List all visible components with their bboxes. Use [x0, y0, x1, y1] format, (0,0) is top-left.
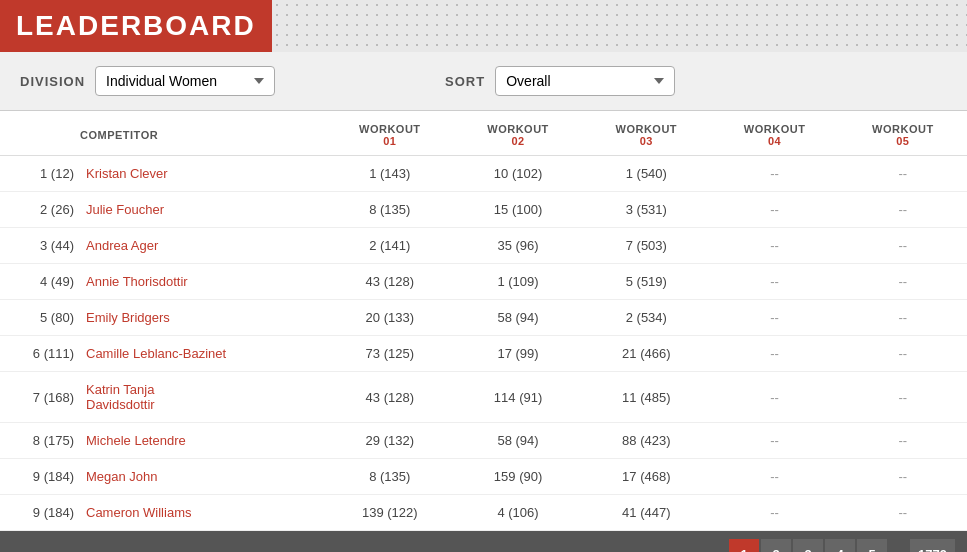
w03-cell: 3 (531) — [582, 192, 710, 228]
table-row: 9 (184)Cameron Williams139 (122)4 (106)4… — [0, 495, 967, 531]
w04-cell: -- — [710, 459, 838, 495]
w05-cell: -- — [839, 264, 967, 300]
w02-cell: 15 (100) — [454, 192, 582, 228]
w02-cell: 35 (96) — [454, 228, 582, 264]
w01-cell: 2 (141) — [326, 228, 454, 264]
header-dots — [272, 0, 967, 52]
division-label: DIVISION — [20, 74, 85, 89]
w02-cell: 58 (94) — [454, 300, 582, 336]
rank-cell: 4 (49) — [0, 264, 80, 300]
sort-select[interactable]: Overall Workout 01 Workout 02 Workout 03… — [495, 66, 675, 96]
w04-cell: -- — [710, 495, 838, 531]
name-cell[interactable]: Annie Thorisdottir — [80, 264, 326, 300]
rank-cell: 1 (12) — [0, 156, 80, 192]
w01-cell: 1 (143) — [326, 156, 454, 192]
w03-cell: 11 (485) — [582, 372, 710, 423]
page-button-3[interactable]: 3 — [793, 539, 823, 552]
name-cell[interactable]: Kristan Clever — [80, 156, 326, 192]
w03-cell: 7 (503) — [582, 228, 710, 264]
header-title: LEADERBOARD — [16, 10, 256, 42]
rank-cell: 6 (111) — [0, 336, 80, 372]
w02-cell: 4 (106) — [454, 495, 582, 531]
w01-cell: 8 (135) — [326, 459, 454, 495]
table-row: 4 (49)Annie Thorisdottir43 (128)1 (109)5… — [0, 264, 967, 300]
w01-cell: 8 (135) — [326, 192, 454, 228]
w04-cell: -- — [710, 336, 838, 372]
controls-row: DIVISION Individual Women Individual Men… — [0, 52, 967, 111]
w04-cell: -- — [710, 192, 838, 228]
workout03-header: WORKOUT 03 — [582, 111, 710, 156]
w04-cell: -- — [710, 372, 838, 423]
name-cell[interactable]: Michele Letendre — [80, 423, 326, 459]
rank-cell: 7 (168) — [0, 372, 80, 423]
w01-cell: 29 (132) — [326, 423, 454, 459]
rank-cell: 5 (80) — [0, 300, 80, 336]
table-row: 5 (80)Emily Bridgers20 (133)58 (94)2 (53… — [0, 300, 967, 336]
table-row: 7 (168)Katrin TanjaDavidsdottir43 (128)1… — [0, 372, 967, 423]
w05-cell: -- — [839, 423, 967, 459]
leaderboard-table: COMPETITOR WORKOUT 01 WORKOUT 02 WORKOUT… — [0, 111, 967, 531]
division-control-group: DIVISION Individual Women Individual Men… — [20, 66, 275, 96]
table-row: 3 (44)Andrea Ager2 (141)35 (96)7 (503)--… — [0, 228, 967, 264]
name-cell[interactable]: Emily Bridgers — [80, 300, 326, 336]
table-row: 2 (26)Julie Foucher8 (135)15 (100)3 (531… — [0, 192, 967, 228]
page-button-1[interactable]: 1 — [729, 539, 759, 552]
name-cell[interactable]: Julie Foucher — [80, 192, 326, 228]
w05-cell: -- — [839, 300, 967, 336]
w02-cell: 17 (99) — [454, 336, 582, 372]
name-cell[interactable]: Andrea Ager — [80, 228, 326, 264]
name-cell[interactable]: Cameron Williams — [80, 495, 326, 531]
table-row: 1 (12)Kristan Clever1 (143)10 (102)1 (54… — [0, 156, 967, 192]
w03-cell: 5 (519) — [582, 264, 710, 300]
w05-cell: -- — [839, 459, 967, 495]
w04-cell: -- — [710, 156, 838, 192]
w03-cell: 41 (447) — [582, 495, 710, 531]
rank-cell: 9 (184) — [0, 495, 80, 531]
page-dots: ... — [889, 547, 908, 553]
table-body: 1 (12)Kristan Clever1 (143)10 (102)1 (54… — [0, 156, 967, 531]
name-cell[interactable]: Megan John — [80, 459, 326, 495]
w03-cell: 2 (534) — [582, 300, 710, 336]
w01-cell: 139 (122) — [326, 495, 454, 531]
w05-cell: -- — [839, 192, 967, 228]
w01-cell: 20 (133) — [326, 300, 454, 336]
table-row: 8 (175)Michele Letendre29 (132)58 (94)88… — [0, 423, 967, 459]
workout04-header: WORKOUT 04 — [710, 111, 838, 156]
w03-cell: 88 (423) — [582, 423, 710, 459]
w05-cell: -- — [839, 336, 967, 372]
division-select[interactable]: Individual Women Individual Men Team — [95, 66, 275, 96]
competitor-header: COMPETITOR — [0, 111, 326, 156]
w01-cell: 43 (128) — [326, 264, 454, 300]
w02-cell: 114 (91) — [454, 372, 582, 423]
w05-cell: -- — [839, 372, 967, 423]
page-button-2[interactable]: 2 — [761, 539, 791, 552]
header-logo: LEADERBOARD — [0, 0, 272, 52]
page-button-5[interactable]: 5 — [857, 539, 887, 552]
workout05-header: WORKOUT 05 — [839, 111, 967, 156]
w04-cell: -- — [710, 423, 838, 459]
w05-cell: -- — [839, 156, 967, 192]
w05-cell: -- — [839, 495, 967, 531]
w05-cell: -- — [839, 228, 967, 264]
rank-cell: 2 (26) — [0, 192, 80, 228]
page-button-4[interactable]: 4 — [825, 539, 855, 552]
name-cell[interactable]: Katrin TanjaDavidsdottir — [80, 372, 326, 423]
w02-cell: 1 (109) — [454, 264, 582, 300]
header-row: LEADERBOARD — [0, 0, 967, 52]
sort-label: SORT — [445, 74, 485, 89]
w01-cell: 43 (128) — [326, 372, 454, 423]
w02-cell: 159 (90) — [454, 459, 582, 495]
name-cell[interactable]: Camille Leblanc-Bazinet — [80, 336, 326, 372]
page-last-button[interactable]: 1779 — [910, 539, 955, 552]
w04-cell: -- — [710, 264, 838, 300]
table-row: 6 (111)Camille Leblanc-Bazinet73 (125)17… — [0, 336, 967, 372]
w01-cell: 73 (125) — [326, 336, 454, 372]
table-header-row: COMPETITOR WORKOUT 01 WORKOUT 02 WORKOUT… — [0, 111, 967, 156]
w04-cell: -- — [710, 300, 838, 336]
workout01-header: WORKOUT 01 — [326, 111, 454, 156]
rank-cell: 8 (175) — [0, 423, 80, 459]
workout02-header: WORKOUT 02 — [454, 111, 582, 156]
leaderboard-table-container: COMPETITOR WORKOUT 01 WORKOUT 02 WORKOUT… — [0, 111, 967, 531]
w02-cell: 58 (94) — [454, 423, 582, 459]
sort-control-group: SORT Overall Workout 01 Workout 02 Worko… — [445, 66, 675, 96]
